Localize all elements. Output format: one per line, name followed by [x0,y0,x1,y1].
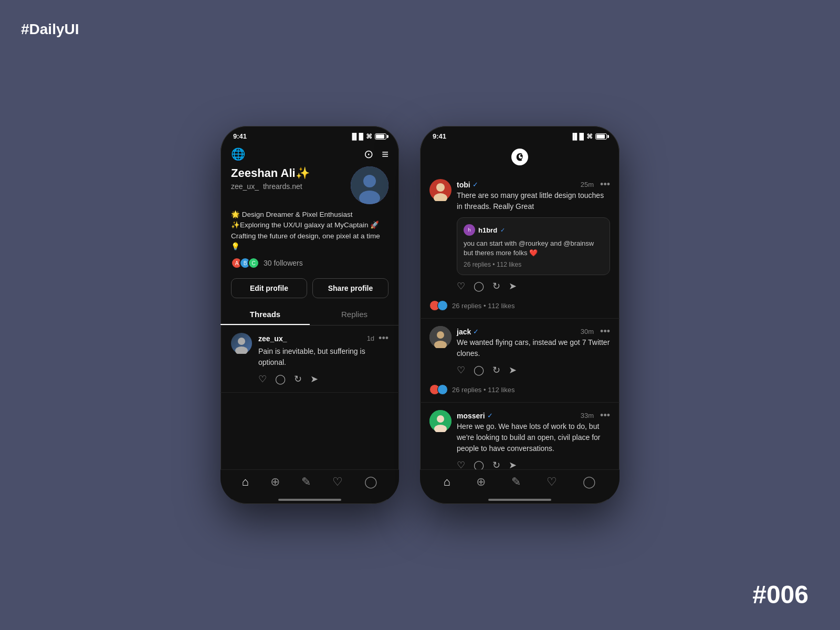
feed-text-2: We wanted flying cars, instead we got 7 … [457,337,610,359]
profile-buttons: Edit profile Share profile [220,278,399,303]
post-meta: 1d ••• [367,333,388,344]
feed-post-3: mosseri ✓ 33m ••• Here we go. We have lo… [420,403,620,469]
feed-more-3[interactable]: ••• [600,410,610,421]
menu-icon[interactable]: ≡ [382,148,388,161]
bottom-nav-left: ⌂ ⊕ ✎ ♡ ◯ [220,469,399,499]
globe-icon[interactable]: 🌐 [231,148,245,161]
feed-actions-2: ♡ ◯ ↻ ➤ [457,364,610,376]
like-icon[interactable]: ♡ [258,373,267,385]
nav-search[interactable]: ⊕ [270,475,280,489]
nav-likes[interactable]: ♡ [332,475,343,489]
feed-avatar-jack [429,326,452,348]
post-avatar [231,333,252,354]
wifi-icon-right: ⌘ [586,133,593,140]
profile-usernames: zee_ux_ threards.net [231,182,310,191]
tab-replies[interactable]: Replies [310,303,399,325]
signal-icon: ▐▌█ [350,133,363,140]
quoted-verified-h1brd: ✓ [500,227,505,234]
followers-row: A B C 30 followers [231,257,388,269]
profile-nav: 🌐 ⊙ ≡ [220,142,399,166]
profile-tabs: Threads Replies [220,303,399,326]
feed-like-3[interactable]: ♡ [457,459,465,469]
nav-search-right[interactable]: ⊕ [476,475,486,489]
nav-right: ⊙ ≡ [364,148,388,161]
feed-more-2[interactable]: ••• [600,326,610,337]
battery-icon-right [595,133,607,140]
comment-icon[interactable]: ◯ [275,373,286,385]
phone-feed: 9:41 ▐▌█ ⌘ [420,126,620,504]
nav-compose[interactable]: ✎ [301,475,311,489]
svg-point-4 [235,346,248,354]
feed-share-3[interactable]: ➤ [509,459,517,469]
feed-avatar-mosseri [429,410,452,432]
reply-avatar-1b [437,300,448,311]
verified-badge-jack: ✓ [473,328,479,335]
feed-repost-2[interactable]: ↻ [492,364,500,376]
feed-avatar-tobi [429,179,452,201]
reply-avatars-2 [429,384,448,395]
svg-point-3 [238,338,245,345]
svg-point-8 [437,331,444,339]
feed-share-2[interactable]: ➤ [509,364,517,376]
post-username: zee_ux_ [258,334,287,343]
follower-avatar-3: C [248,257,259,269]
feed-like-2[interactable]: ♡ [457,364,465,376]
nav-profile-right[interactable]: ◯ [583,475,596,489]
status-bar-left: 9:41 ▐▌█ ⌘ [220,126,399,142]
share-profile-button[interactable]: Share profile [312,278,388,298]
follower-avatars: A B C [231,257,259,269]
feed-post-2: jack ✓ 30m ••• We wanted flying cars, in… [420,319,620,403]
nav-profile[interactable]: ◯ [364,475,377,489]
svg-point-5 [436,183,445,192]
nav-home-right[interactable]: ⌂ [444,475,450,489]
feed-post-header-2: jack ✓ 30m ••• We wanted flying cars, in… [429,326,610,380]
svg-point-6 [434,193,447,201]
status-indicators-right: ▐▌█ ⌘ [570,133,607,140]
svg-point-1 [363,175,376,187]
camera-icon[interactable]: ⊙ [364,148,373,161]
feed-post-header-1: tobi ✓ 25m ••• There are so many great l… [429,179,610,296]
home-indicator-right [488,499,551,501]
feed-post-header-3: mosseri ✓ 33m ••• Here we go. We have lo… [429,410,610,469]
nav-compose-right[interactable]: ✎ [511,475,521,489]
feed-post-meta-3: mosseri ✓ 33m ••• Here we go. We have lo… [457,410,610,469]
quoted-username-h1brd: h1brd [478,226,497,234]
feed-username-row-3: mosseri ✓ 33m ••• [457,410,610,421]
feed-post-1: tobi ✓ 25m ••• There are so many great l… [420,172,620,319]
post-time: 1d [367,334,374,342]
quoted-text-1: you can start with @rourkey and @brainsw… [464,239,603,258]
feed-username-row-2: jack ✓ 30m ••• [457,326,610,337]
feed-share-1[interactable]: ➤ [509,280,517,292]
website: threards.net [263,182,302,191]
username: zee_ux_ [231,182,259,191]
profile-header: Zeeshan Ali✨ zee_ux_ threards.net [231,166,388,204]
post-more-icon[interactable]: ••• [379,333,388,344]
feed-more-1[interactable]: ••• [600,179,610,190]
edit-profile-button[interactable]: Edit profile [231,278,307,298]
feed-username-tobi: tobi [457,181,470,189]
tab-threads[interactable]: Threads [220,303,310,325]
repost-icon[interactable]: ↻ [294,373,302,385]
feed-time-3: 33m [581,412,594,419]
nav-home[interactable]: ⌂ [242,475,249,489]
feed-comment-3[interactable]: ◯ [474,459,484,469]
battery-icon [375,133,386,140]
time-right: 9:41 [433,132,446,140]
post-header: zee_ux_ 1d ••• [258,333,388,344]
feed-actions-1: ♡ ◯ ↻ ➤ [457,280,610,292]
feed-like-1[interactable]: ♡ [457,280,465,292]
feed-repost-3[interactable]: ↻ [492,459,500,469]
feed-comment-2[interactable]: ◯ [474,364,484,376]
feed-repost-1[interactable]: ↻ [492,280,500,292]
post-text: Pain is inevitable, but suffering is opt… [258,346,388,368]
replies-likes-1: 26 replies • 112 likes [452,302,514,310]
status-indicators-left: ▐▌█ ⌘ [350,133,386,140]
verified-badge-tobi: ✓ [472,181,478,188]
daily-ui-label: #DailyUI [21,21,79,38]
threads-logo-icon [509,146,530,167]
quoted-avatar-h1brd: h [464,224,475,236]
nav-likes-right[interactable]: ♡ [547,475,557,489]
feed-comment-1[interactable]: ◯ [474,280,484,292]
share-icon[interactable]: ➤ [310,373,318,385]
profile-avatar [351,166,388,204]
